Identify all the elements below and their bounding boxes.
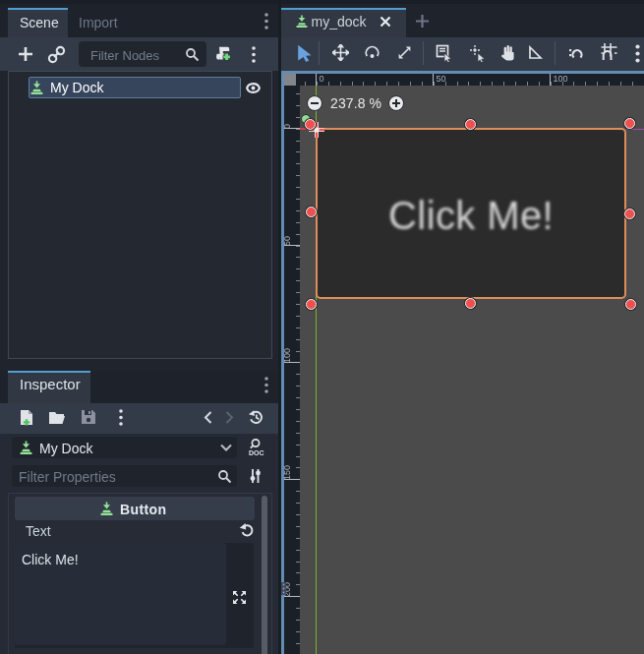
svg-text:DOC: DOC <box>249 449 264 456</box>
